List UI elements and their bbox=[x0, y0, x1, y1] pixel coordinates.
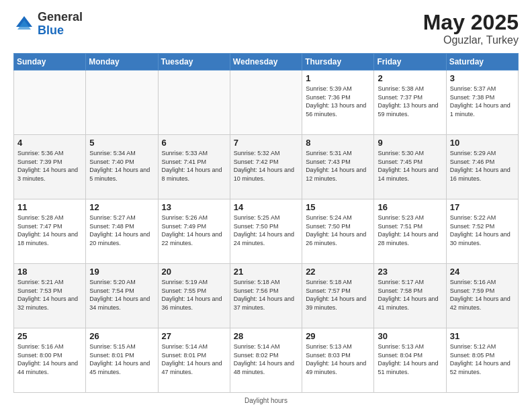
day-number: 1 bbox=[306, 73, 370, 83]
cell-info: Sunrise: 5:38 AM Sunset: 7:37 PM Dayligh… bbox=[378, 85, 442, 118]
calendar-cell: 30Sunrise: 5:13 AM Sunset: 8:04 PM Dayli… bbox=[374, 328, 446, 393]
calendar-location: Oguzlar, Turkey bbox=[423, 34, 519, 46]
day-number: 30 bbox=[378, 331, 442, 341]
column-header-friday: Friday bbox=[374, 54, 446, 71]
day-number: 18 bbox=[17, 267, 82, 277]
calendar-cell: 13Sunrise: 5:26 AM Sunset: 7:49 PM Dayli… bbox=[158, 199, 230, 264]
cell-info: Sunrise: 5:19 AM Sunset: 7:55 PM Dayligh… bbox=[162, 278, 226, 312]
logo-blue-text: Blue bbox=[38, 24, 64, 37]
calendar-cell: 3Sunrise: 5:37 AM Sunset: 7:38 PM Daylig… bbox=[446, 71, 518, 135]
cell-info: Sunrise: 5:33 AM Sunset: 7:41 PM Dayligh… bbox=[162, 149, 226, 183]
cell-info: Sunrise: 5:26 AM Sunset: 7:49 PM Dayligh… bbox=[162, 214, 226, 247]
calendar-cell: 27Sunrise: 5:14 AM Sunset: 8:01 PM Dayli… bbox=[158, 328, 230, 393]
calendar-cell: 1Sunrise: 5:39 AM Sunset: 7:36 PM Daylig… bbox=[302, 71, 374, 135]
cell-info: Sunrise: 5:16 AM Sunset: 8:00 PM Dayligh… bbox=[17, 342, 82, 376]
calendar-cell: 12Sunrise: 5:27 AM Sunset: 7:48 PM Dayli… bbox=[86, 199, 158, 264]
calendar-cell: 16Sunrise: 5:23 AM Sunset: 7:51 PM Dayli… bbox=[374, 199, 446, 264]
calendar-cell bbox=[14, 71, 86, 135]
day-number: 21 bbox=[234, 267, 298, 277]
calendar-cell: 21Sunrise: 5:18 AM Sunset: 7:56 PM Dayli… bbox=[230, 264, 302, 328]
cell-info: Sunrise: 5:27 AM Sunset: 7:48 PM Dayligh… bbox=[89, 214, 154, 247]
calendar-cell: 15Sunrise: 5:24 AM Sunset: 7:50 PM Dayli… bbox=[302, 199, 374, 264]
cell-info: Sunrise: 5:34 AM Sunset: 7:40 PM Dayligh… bbox=[89, 149, 154, 183]
day-number: 17 bbox=[450, 202, 515, 212]
calendar-cell: 20Sunrise: 5:19 AM Sunset: 7:55 PM Dayli… bbox=[158, 264, 230, 328]
calendar-cell: 7Sunrise: 5:32 AM Sunset: 7:42 PM Daylig… bbox=[230, 135, 302, 199]
calendar-cell: 11Sunrise: 5:28 AM Sunset: 7:47 PM Dayli… bbox=[14, 199, 86, 264]
calendar-header-row: SundayMondayTuesdayWednesdayThursdayFrid… bbox=[14, 54, 519, 71]
cell-info: Sunrise: 5:29 AM Sunset: 7:46 PM Dayligh… bbox=[450, 149, 515, 183]
day-number: 3 bbox=[450, 73, 515, 83]
column-header-monday: Monday bbox=[86, 54, 158, 71]
calendar-cell bbox=[158, 71, 230, 135]
day-number: 26 bbox=[89, 331, 154, 341]
footer: Daylight hours bbox=[13, 397, 519, 404]
cell-info: Sunrise: 5:18 AM Sunset: 7:56 PM Dayligh… bbox=[234, 278, 298, 312]
calendar-cell: 17Sunrise: 5:22 AM Sunset: 7:52 PM Dayli… bbox=[446, 199, 518, 264]
calendar-cell: 8Sunrise: 5:31 AM Sunset: 7:43 PM Daylig… bbox=[302, 135, 374, 199]
day-number: 16 bbox=[378, 202, 442, 212]
daylight-hours-label: Daylight hours bbox=[245, 397, 287, 404]
day-number: 9 bbox=[378, 138, 442, 148]
cell-info: Sunrise: 5:20 AM Sunset: 7:54 PM Dayligh… bbox=[89, 278, 154, 312]
header: General Blue May 2025 Oguzlar, Turkey bbox=[13, 11, 519, 46]
day-number: 20 bbox=[162, 267, 226, 277]
calendar-cell: 29Sunrise: 5:13 AM Sunset: 8:03 PM Dayli… bbox=[302, 328, 374, 393]
calendar-cell: 22Sunrise: 5:18 AM Sunset: 7:57 PM Dayli… bbox=[302, 264, 374, 328]
day-number: 8 bbox=[306, 138, 370, 148]
day-number: 23 bbox=[378, 267, 442, 277]
cell-info: Sunrise: 5:37 AM Sunset: 7:38 PM Dayligh… bbox=[450, 85, 515, 118]
cell-info: Sunrise: 5:13 AM Sunset: 8:03 PM Dayligh… bbox=[306, 342, 370, 376]
day-number: 11 bbox=[17, 202, 82, 212]
day-number: 25 bbox=[17, 331, 82, 341]
day-number: 28 bbox=[234, 331, 298, 341]
cell-info: Sunrise: 5:12 AM Sunset: 8:05 PM Dayligh… bbox=[450, 342, 515, 376]
calendar-cell: 4Sunrise: 5:36 AM Sunset: 7:39 PM Daylig… bbox=[14, 135, 86, 199]
cell-info: Sunrise: 5:24 AM Sunset: 7:50 PM Dayligh… bbox=[306, 214, 370, 247]
calendar-cell bbox=[86, 71, 158, 135]
calendar-cell: 31Sunrise: 5:12 AM Sunset: 8:05 PM Dayli… bbox=[446, 328, 518, 393]
calendar-cell: 10Sunrise: 5:29 AM Sunset: 7:46 PM Dayli… bbox=[446, 135, 518, 199]
cell-info: Sunrise: 5:30 AM Sunset: 7:45 PM Dayligh… bbox=[378, 149, 442, 183]
cell-info: Sunrise: 5:18 AM Sunset: 7:57 PM Dayligh… bbox=[306, 278, 370, 312]
day-number: 19 bbox=[89, 267, 154, 277]
calendar-table: SundayMondayTuesdayWednesdayThursdayFrid… bbox=[13, 53, 519, 393]
day-number: 29 bbox=[306, 331, 370, 341]
cell-info: Sunrise: 5:15 AM Sunset: 8:01 PM Dayligh… bbox=[89, 342, 154, 376]
column-header-sunday: Sunday bbox=[14, 54, 86, 71]
cell-info: Sunrise: 5:25 AM Sunset: 7:50 PM Dayligh… bbox=[234, 214, 298, 247]
calendar-cell: 2Sunrise: 5:38 AM Sunset: 7:37 PM Daylig… bbox=[374, 71, 446, 135]
logo: General Blue bbox=[13, 11, 83, 38]
day-number: 24 bbox=[450, 267, 515, 277]
cell-info: Sunrise: 5:36 AM Sunset: 7:39 PM Dayligh… bbox=[17, 149, 82, 183]
calendar-cell bbox=[230, 71, 302, 135]
calendar-week-2: 4Sunrise: 5:36 AM Sunset: 7:39 PM Daylig… bbox=[14, 135, 519, 199]
calendar-week-1: 1Sunrise: 5:39 AM Sunset: 7:36 PM Daylig… bbox=[14, 71, 519, 135]
day-number: 31 bbox=[450, 331, 515, 341]
day-number: 10 bbox=[450, 138, 515, 148]
cell-info: Sunrise: 5:32 AM Sunset: 7:42 PM Dayligh… bbox=[234, 149, 298, 183]
calendar-cell: 18Sunrise: 5:21 AM Sunset: 7:53 PM Dayli… bbox=[14, 264, 86, 328]
calendar-cell: 5Sunrise: 5:34 AM Sunset: 7:40 PM Daylig… bbox=[86, 135, 158, 199]
day-number: 4 bbox=[17, 138, 82, 148]
calendar-week-4: 18Sunrise: 5:21 AM Sunset: 7:53 PM Dayli… bbox=[14, 264, 519, 328]
day-number: 15 bbox=[306, 202, 370, 212]
page: General Blue May 2025 Oguzlar, Turkey Su… bbox=[0, 0, 532, 411]
cell-info: Sunrise: 5:23 AM Sunset: 7:51 PM Dayligh… bbox=[378, 214, 442, 247]
cell-info: Sunrise: 5:13 AM Sunset: 8:04 PM Dayligh… bbox=[378, 342, 442, 376]
cell-info: Sunrise: 5:28 AM Sunset: 7:47 PM Dayligh… bbox=[17, 214, 82, 247]
cell-info: Sunrise: 5:16 AM Sunset: 7:59 PM Dayligh… bbox=[450, 278, 515, 312]
day-number: 2 bbox=[378, 73, 442, 83]
column-header-wednesday: Wednesday bbox=[230, 54, 302, 71]
cell-info: Sunrise: 5:21 AM Sunset: 7:53 PM Dayligh… bbox=[17, 278, 82, 312]
calendar-cell: 25Sunrise: 5:16 AM Sunset: 8:00 PM Dayli… bbox=[14, 328, 86, 393]
cell-info: Sunrise: 5:39 AM Sunset: 7:36 PM Dayligh… bbox=[306, 85, 370, 118]
cell-info: Sunrise: 5:14 AM Sunset: 8:01 PM Dayligh… bbox=[162, 342, 226, 376]
cell-info: Sunrise: 5:14 AM Sunset: 8:02 PM Dayligh… bbox=[234, 342, 298, 376]
calendar-cell: 9Sunrise: 5:30 AM Sunset: 7:45 PM Daylig… bbox=[374, 135, 446, 199]
day-number: 7 bbox=[234, 138, 298, 148]
calendar-cell: 19Sunrise: 5:20 AM Sunset: 7:54 PM Dayli… bbox=[86, 264, 158, 328]
day-number: 6 bbox=[162, 138, 226, 148]
day-number: 14 bbox=[234, 202, 298, 212]
cell-info: Sunrise: 5:31 AM Sunset: 7:43 PM Dayligh… bbox=[306, 149, 370, 183]
